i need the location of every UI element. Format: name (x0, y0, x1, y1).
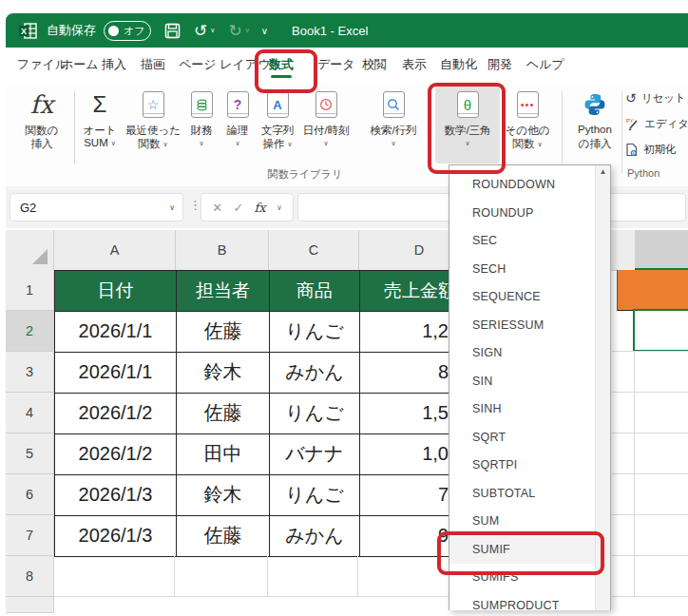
python-icon (568, 89, 621, 120)
financial-icon (184, 89, 219, 120)
row-header-7[interactable]: 7 (6, 515, 54, 556)
tab-draw[interactable]: 描画 (141, 48, 165, 82)
menu-item-seriessum[interactable]: SERIESSUM (449, 312, 596, 340)
cell-a7[interactable]: 2026/1/3 (55, 516, 177, 557)
menu-item-sin[interactable]: SIN (449, 368, 596, 396)
name-box[interactable]: G2 ∨ (10, 193, 183, 221)
menu-item-sumproduct[interactable]: SUMPRODUCT (449, 592, 596, 611)
tab-automate[interactable]: 自動化 (440, 48, 477, 82)
confirm-entry-icon[interactable]: ✓ (233, 201, 243, 215)
cell-c7[interactable]: みかん (270, 516, 360, 557)
cell-b2[interactable]: 佐藤 (177, 312, 270, 353)
save-button[interactable] (164, 23, 181, 39)
menu-item-sum[interactable]: SUM (449, 508, 596, 536)
financial-button[interactable]: 財務 ∨ (184, 86, 219, 164)
cell-c4[interactable]: りんご (270, 394, 360, 434)
menu-item-sqrt[interactable]: SQRT (449, 424, 596, 452)
cell-a3[interactable]: 2026/1/1 (55, 353, 177, 394)
row-header-9-partial[interactable] (6, 597, 54, 613)
python-reset-button[interactable]: ↺ リセット (625, 87, 688, 108)
autosum-button[interactable]: Σ オート SUM∨ (78, 86, 122, 164)
toggle-knob (108, 26, 119, 36)
menu-item-rounddown[interactable]: ROUNDDOWN (449, 171, 596, 200)
more-functions-icon: ••• (502, 89, 553, 120)
autosave-toggle[interactable]: オフ (104, 21, 151, 41)
cell-a2[interactable]: 2026/1/1 (55, 312, 177, 353)
scroll-up-icon[interactable]: ▲ (596, 167, 610, 176)
row-header-1[interactable]: 1 (6, 270, 54, 311)
recent-functions-icon: ☆ (124, 89, 182, 120)
menu-item-sumifs[interactable]: SUMIFS (449, 564, 596, 592)
menu-item-sequence[interactable]: SEQUENCE (449, 283, 596, 312)
tab-developer[interactable]: 開発 (487, 48, 512, 82)
insert-function-fx-icon[interactable]: fx (255, 201, 266, 215)
python-editor-button[interactable]: PY エディタ (625, 113, 688, 134)
tab-help[interactable]: ヘルプ (526, 48, 564, 82)
tab-data[interactable]: データ (317, 48, 355, 82)
redo-button[interactable]: ↻ ∨ (228, 23, 249, 39)
column-header-a[interactable]: A (54, 230, 176, 270)
python-init-button[interactable]: 初期化 (625, 139, 688, 160)
cell-a6[interactable]: 2026/1/3 (55, 475, 177, 516)
tab-review[interactable]: 校閲 (362, 48, 387, 82)
menu-item-sumif[interactable]: SUMIF (449, 536, 596, 565)
tab-insert[interactable]: 挿入 (102, 48, 126, 82)
lookup-reference-button[interactable]: 検索/行列 ∨ (367, 86, 420, 164)
date-time-button[interactable]: 日付/時刻 ∨ (300, 86, 352, 164)
tab-home[interactable]: ホーム (61, 48, 99, 82)
row-header-3[interactable]: 3 (6, 352, 54, 393)
row-header-4[interactable]: 4 (6, 393, 54, 433)
menu-item-sign[interactable]: SIGN (449, 339, 596, 368)
cell-f1-orange[interactable] (617, 270, 635, 311)
cell-c2[interactable]: りんご (270, 312, 360, 353)
cell-c5[interactable]: バナナ (270, 434, 360, 475)
insert-python-button[interactable]: Python の挿入 (568, 86, 621, 164)
menu-item-subtotal[interactable]: SUBTOTAL (449, 480, 596, 509)
row-header-2-selected[interactable]: 2 (6, 311, 54, 352)
ribbon-tab-row: ファイル ホーム 挿入 描画 ページ レイアウト 数式 データ 校閲 表示 自動… (6, 48, 688, 84)
cell-a4[interactable]: 2026/1/2 (55, 394, 177, 434)
select-all-corner[interactable] (6, 230, 54, 270)
quick-access-menu-icon[interactable]: ∨ (261, 26, 267, 36)
cell-b4[interactable]: 佐藤 (177, 394, 270, 434)
formula-chevron-icon[interactable]: ∨ (277, 203, 282, 212)
cell-b7[interactable]: 佐藤 (177, 516, 270, 557)
row-header-6[interactable]: 6 (6, 474, 54, 515)
math-trig-button[interactable]: θ 数学/三角 ∨ (435, 86, 500, 164)
cell-c1[interactable]: 商品 (270, 271, 360, 312)
row-header-5[interactable]: 5 (6, 433, 54, 474)
recently-used-button[interactable]: ☆ 最近使った 関数∨ (124, 86, 182, 164)
menu-item-sinh[interactable]: SINH (449, 395, 596, 424)
cell-c6[interactable]: りんご (270, 475, 360, 516)
insert-function-button[interactable]: fx 関数の 挿入 (13, 86, 70, 164)
date-time-icon (300, 89, 352, 120)
cell-b3[interactable]: 鈴木 (177, 353, 270, 394)
tab-formulas[interactable]: 数式 (269, 48, 294, 82)
cell-a1[interactable]: 日付 (55, 271, 177, 312)
menu-item-sqrtpi[interactable]: SQRTPI (449, 452, 596, 480)
column-header-c[interactable]: C (269, 230, 359, 270)
more-functions-button[interactable]: ••• その他の 関数∨ (502, 86, 553, 164)
column-header-g-selected[interactable] (635, 230, 688, 270)
column-header-b[interactable]: B (176, 230, 269, 270)
dropdown-scrollbar[interactable]: ▲ (595, 165, 610, 610)
cell-c3[interactable]: みかん (270, 353, 360, 394)
text-functions-button[interactable]: A 文字列 操作∨ (255, 86, 300, 164)
cell-g1-orange[interactable] (635, 270, 688, 311)
chevron-down-icon: ∨ (220, 140, 255, 147)
row-header-8[interactable]: 8 (6, 556, 54, 597)
tab-view[interactable]: 表示 (402, 48, 427, 82)
cell-b5[interactable]: 田中 (177, 434, 270, 475)
cell-b6[interactable]: 鈴木 (177, 475, 270, 516)
undo-button[interactable]: ↺ ∨ (194, 23, 215, 39)
cancel-entry-icon[interactable]: ✕ (212, 201, 222, 215)
menu-item-sech[interactable]: SECH (449, 256, 596, 284)
tab-page-layout[interactable]: ページ レイアウト (179, 48, 283, 82)
empty-row-8[interactable] (54, 556, 480, 597)
active-cell-g2[interactable] (633, 309, 688, 352)
menu-item-roundup[interactable]: ROUNDUP (449, 200, 596, 228)
logical-button[interactable]: ? 論理 ∨ (220, 86, 255, 164)
menu-item-sec[interactable]: SEC (449, 227, 596, 256)
cell-b1[interactable]: 担当者 (177, 271, 270, 312)
cell-a5[interactable]: 2026/1/2 (55, 434, 177, 475)
